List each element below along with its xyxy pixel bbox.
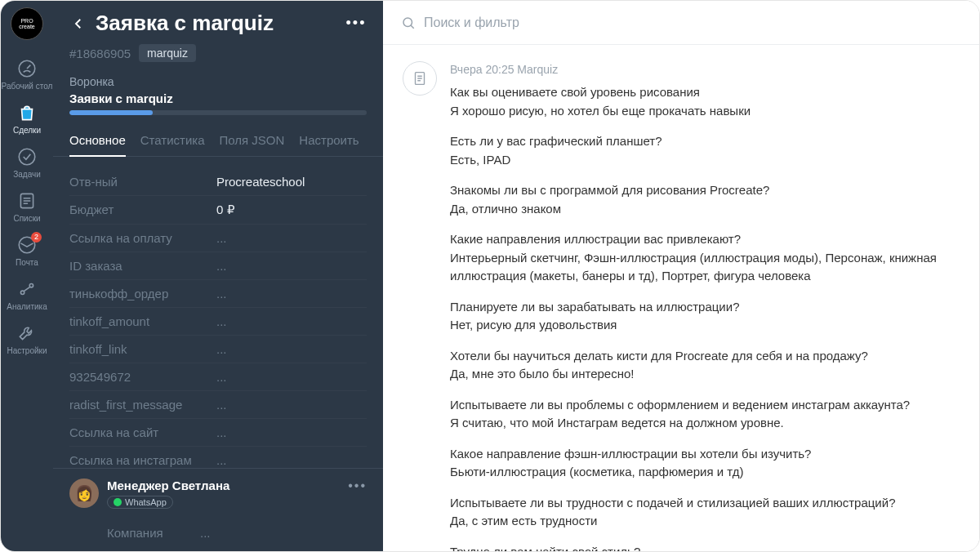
contact-more-button[interactable]: ••• [348,479,367,493]
answer: Да, отлично знаком [450,200,960,219]
field-row[interactable]: тинькофф_ордер... [69,280,367,308]
qa-pair: Испытываете ли вы проблемы с оформлением… [450,396,960,433]
nav-label: Списки [13,214,40,223]
answer: Я считаю, что мой Инстаграм ведется на д… [450,414,960,433]
nav-label: Аналитика [7,302,47,311]
main-area: Вчера 20:25 Marquiz Как вы оцениваете св… [383,1,979,551]
nav-label: Почта [16,258,38,267]
qa-pair: Планируете ли вы зарабатывать на иллюстр… [450,298,960,335]
tab-json[interactable]: Поля JSON [220,133,285,156]
field-label: 932549672 [69,370,216,384]
qa-pair: Есть ли у вас графический планшет?Есть, … [450,132,960,169]
question: Хотели бы научиться делать кисти для Pro… [450,347,960,366]
field-label: Отв-ный [69,175,216,189]
answer: Есть, IPAD [450,151,960,170]
app-logo[interactable]: PROcreate [11,7,43,40]
search-input[interactable] [424,16,961,30]
field-row[interactable]: Бюджет0 ₽ [69,196,367,225]
question: Знакомы ли вы с программой для рисования… [450,181,960,200]
question: Планируете ли вы зарабатывать на иллюстр… [450,298,960,317]
tab-stats[interactable]: Статистика [140,133,205,156]
nav-deals[interactable]: Сделки [1,96,53,140]
deal-tag[interactable]: marquiz [139,44,196,62]
tab-configure[interactable]: Настроить [299,133,359,156]
question: Какие направления иллюстрации вас привле… [450,230,960,249]
field-label: тинькофф_ордер [69,287,216,300]
field-label: tinkoff_amount [69,314,216,328]
detail-tabs: Основное Статистика Поля JSON Настроить [53,133,383,157]
question: Какое направление фэшн-иллюстрации вы хо… [450,445,960,464]
field-value: Procreateschool [216,175,305,189]
contact-block[interactable]: 👩 Менеджер Светлана WhatsApp ••• [53,468,383,519]
nav-lists[interactable]: Списки [1,184,53,228]
qa-pair: Какое направление фэшн-иллюстрации вы хо… [450,445,960,482]
field-value: ... [216,370,227,384]
field-value: ... [216,314,227,328]
field-row[interactable]: Отв-ныйProcreateschool [69,168,367,196]
answer: Нет, рисую для удовольствия [450,316,960,335]
answer: Я хорошо рисую, но хотел бы еще прокачат… [450,102,960,121]
svg-point-4 [20,291,24,294]
field-row[interactable]: Ссылка на сайт... [69,419,367,447]
nav-settings[interactable]: Настройки [1,316,53,360]
field-value: ... [216,287,227,300]
svg-point-5 [29,284,33,287]
svg-point-1 [19,149,35,165]
question: Испытываете ли вы трудности с подачей и … [450,494,960,513]
deal-more-button[interactable]: ••• [345,15,367,32]
contact-name: Менеджер Светлана [107,479,340,492]
question: Испытываете ли вы проблемы с оформлением… [450,396,960,415]
field-value: ... [216,231,227,245]
feed: Вчера 20:25 Marquiz Как вы оцениваете св… [383,45,979,551]
stage-name[interactable]: Заявки с marquiz [69,91,367,105]
qa-pair: Знакомы ли вы с программой для рисования… [450,181,960,218]
qa-pair: Хотели бы научиться делать кисти для Pro… [450,347,960,384]
message: Вчера 20:25 Marquiz Как вы оцениваете св… [403,61,960,551]
nav-label: Сделки [13,126,41,135]
field-row[interactable]: radist_first_message... [69,391,367,419]
qa-pair: Трудно ли вам найти свой стиль?Еще опред… [450,543,960,552]
field-row[interactable]: tinkoff_link... [69,336,367,363]
field-label: Ссылка на инстаграм [69,453,216,467]
tab-main[interactable]: Основное [69,133,126,157]
answer: Интерьерный скетчинг, Фэшн-иллюстрация (… [450,249,960,286]
field-row[interactable]: Ссылка на инстаграм... [69,447,367,468]
field-row[interactable]: tinkoff_amount... [69,308,367,336]
field-label: Ссылка на оплату [69,231,216,245]
funnel-label: Воронка [69,75,367,88]
nav-tasks[interactable]: Задачи [1,140,53,184]
field-row[interactable]: 932549672... [69,363,367,391]
nav-analytics[interactable]: Аналитика [1,272,53,316]
document-icon [403,61,437,96]
field-label: Бюджет [69,203,216,217]
nav-label: Рабочий стол [2,82,53,91]
field-row[interactable]: ID заказа... [69,252,367,280]
answer: Да, мне это было бы интересно! [450,365,960,384]
avatar: 👩 [69,479,99,508]
question: Есть ли у вас графический планшет? [450,132,960,151]
mail-badge: 2 [31,232,42,243]
field-list: Отв-ныйProcreateschoolБюджет0 ₽Ссылка на… [53,157,383,468]
deal-title[interactable]: Заявка с marquiz [96,11,337,36]
check-circle-icon [16,146,38,167]
bag-icon [16,102,38,123]
field-label: Ссылка на сайт [69,425,216,439]
stage-progress[interactable] [69,110,367,115]
whatsapp-chip[interactable]: WhatsApp [107,496,173,509]
back-button[interactable] [69,15,87,33]
field-row[interactable]: Ссылка на оплату... [69,225,367,252]
field-value: 0 ₽ [216,203,235,217]
field-value: ... [216,398,227,412]
search-icon [401,16,416,30]
search-bar [383,1,979,45]
company-row[interactable]: Компания ... [53,519,383,551]
field-value: ... [216,453,227,467]
nav-mail[interactable]: 2 Почта [1,228,53,272]
list-icon [16,190,38,211]
answer: Да, с этим есть трудности [450,512,960,531]
qa-pair: Испытываете ли вы трудности с подачей и … [450,494,960,531]
company-value: ... [200,526,211,540]
company-label: Компания [107,526,200,540]
nav-dashboard[interactable]: Рабочий стол [1,51,53,96]
field-value: ... [216,342,227,356]
